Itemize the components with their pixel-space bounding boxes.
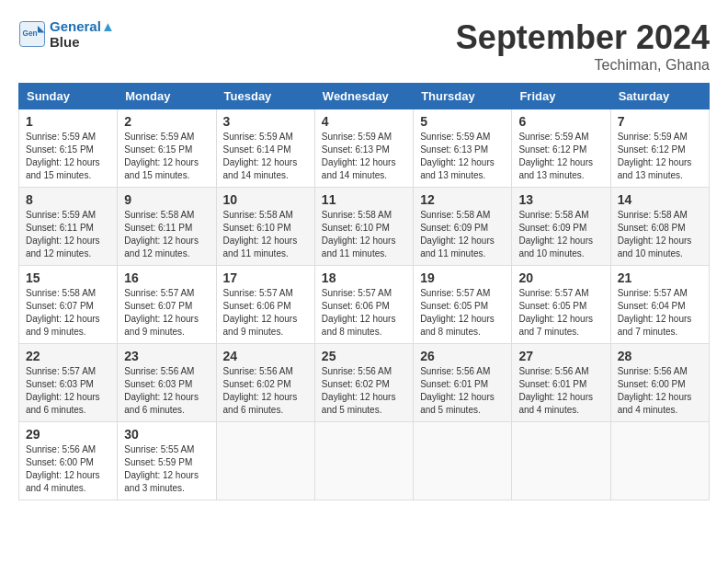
day-number: 11: [322, 192, 406, 207]
day-info: Sunrise: 5:57 AM Sunset: 6:06 PM Dayligh…: [322, 287, 406, 339]
week-row-1: 1 Sunrise: 5:59 AM Sunset: 6:15 PM Dayli…: [19, 109, 710, 188]
header-row: SundayMondayTuesdayWednesdayThursdayFrid…: [19, 84, 710, 109]
logo-line2: Blue: [50, 34, 115, 50]
day-number: 7: [618, 114, 702, 129]
column-header-friday: Friday: [512, 84, 610, 109]
day-cell: [512, 422, 610, 500]
day-cell: 13 Sunrise: 5:58 AM Sunset: 6:09 PM Dayl…: [512, 188, 610, 266]
day-cell: 5 Sunrise: 5:59 AM Sunset: 6:13 PM Dayli…: [414, 109, 512, 188]
day-info: Sunrise: 5:57 AM Sunset: 6:05 PM Dayligh…: [518, 287, 603, 339]
day-info: Sunrise: 5:59 AM Sunset: 6:12 PM Dayligh…: [518, 131, 603, 182]
day-number: 9: [124, 192, 209, 207]
day-cell: 20 Sunrise: 5:57 AM Sunset: 6:05 PM Dayl…: [512, 266, 610, 344]
day-number: 14: [618, 192, 702, 207]
day-info: Sunrise: 5:59 AM Sunset: 6:12 PM Dayligh…: [618, 131, 702, 182]
day-info: Sunrise: 5:59 AM Sunset: 6:11 PM Dayligh…: [26, 209, 110, 260]
day-cell: 14 Sunrise: 5:58 AM Sunset: 6:08 PM Dayl…: [610, 188, 709, 266]
day-cell: [414, 422, 512, 500]
week-row-4: 22 Sunrise: 5:57 AM Sunset: 6:03 PM Dayl…: [19, 344, 710, 422]
day-number: 27: [518, 349, 603, 363]
day-cell: 12 Sunrise: 5:58 AM Sunset: 6:09 PM Dayl…: [414, 188, 512, 266]
day-cell: 26 Sunrise: 5:56 AM Sunset: 6:01 PM Dayl…: [414, 344, 512, 422]
day-info: Sunrise: 5:55 AM Sunset: 5:59 PM Dayligh…: [124, 443, 209, 495]
day-info: Sunrise: 5:58 AM Sunset: 6:09 PM Dayligh…: [518, 209, 603, 260]
day-number: 30: [124, 427, 209, 442]
day-number: 22: [26, 349, 110, 363]
day-number: 19: [420, 270, 505, 285]
day-info: Sunrise: 5:59 AM Sunset: 6:15 PM Dayligh…: [26, 131, 110, 182]
day-number: 13: [518, 192, 603, 207]
day-number: 23: [124, 349, 209, 363]
logo-line1: General▲: [50, 18, 115, 34]
day-cell: 22 Sunrise: 5:57 AM Sunset: 6:03 PM Dayl…: [19, 344, 118, 422]
day-info: Sunrise: 5:59 AM Sunset: 6:14 PM Dayligh…: [223, 131, 308, 182]
day-number: 21: [618, 270, 702, 285]
week-row-5: 29 Sunrise: 5:56 AM Sunset: 6:00 PM Dayl…: [19, 422, 710, 500]
day-cell: 17 Sunrise: 5:57 AM Sunset: 6:06 PM Dayl…: [216, 266, 314, 344]
day-cell: 8 Sunrise: 5:59 AM Sunset: 6:11 PM Dayli…: [19, 188, 118, 266]
day-number: 26: [420, 349, 505, 363]
month-title: September 2024: [456, 18, 710, 57]
day-info: Sunrise: 5:57 AM Sunset: 6:05 PM Dayligh…: [420, 287, 505, 339]
day-number: 3: [223, 114, 308, 129]
day-info: Sunrise: 5:56 AM Sunset: 6:02 PM Dayligh…: [223, 365, 308, 417]
day-info: Sunrise: 5:57 AM Sunset: 6:06 PM Dayligh…: [223, 287, 308, 339]
day-cell: 3 Sunrise: 5:59 AM Sunset: 6:14 PM Dayli…: [216, 109, 314, 188]
location: Techiman, Ghana: [456, 57, 710, 74]
day-info: Sunrise: 5:56 AM Sunset: 6:01 PM Dayligh…: [420, 365, 505, 417]
day-info: Sunrise: 5:56 AM Sunset: 6:01 PM Dayligh…: [518, 365, 603, 417]
day-cell: 25 Sunrise: 5:56 AM Sunset: 6:02 PM Dayl…: [314, 344, 413, 422]
day-info: Sunrise: 5:59 AM Sunset: 6:13 PM Dayligh…: [420, 131, 505, 182]
day-cell: 10 Sunrise: 5:58 AM Sunset: 6:10 PM Dayl…: [216, 188, 314, 266]
day-number: 24: [223, 349, 308, 363]
day-cell: 30 Sunrise: 5:55 AM Sunset: 5:59 PM Dayl…: [118, 422, 216, 500]
day-info: Sunrise: 5:57 AM Sunset: 6:07 PM Dayligh…: [124, 287, 209, 339]
day-info: Sunrise: 5:58 AM Sunset: 6:11 PM Dayligh…: [124, 209, 209, 260]
column-header-saturday: Saturday: [610, 84, 709, 109]
day-info: Sunrise: 5:57 AM Sunset: 6:04 PM Dayligh…: [618, 287, 702, 339]
day-cell: 1 Sunrise: 5:59 AM Sunset: 6:15 PM Dayli…: [19, 109, 118, 188]
day-cell: [216, 422, 314, 500]
day-info: Sunrise: 5:59 AM Sunset: 6:13 PM Dayligh…: [322, 131, 406, 182]
day-cell: 4 Sunrise: 5:59 AM Sunset: 6:13 PM Dayli…: [314, 109, 413, 188]
day-cell: 29 Sunrise: 5:56 AM Sunset: 6:00 PM Dayl…: [19, 422, 118, 500]
day-info: Sunrise: 5:58 AM Sunset: 6:07 PM Dayligh…: [26, 287, 110, 339]
day-cell: 2 Sunrise: 5:59 AM Sunset: 6:15 PM Dayli…: [118, 109, 216, 188]
day-cell: [314, 422, 413, 500]
calendar-table: SundayMondayTuesdayWednesdayThursdayFrid…: [18, 83, 710, 500]
day-number: 17: [223, 270, 308, 285]
day-cell: 9 Sunrise: 5:58 AM Sunset: 6:11 PM Dayli…: [118, 188, 216, 266]
column-header-wednesday: Wednesday: [314, 84, 413, 109]
column-header-tuesday: Tuesday: [216, 84, 314, 109]
column-header-monday: Monday: [118, 84, 216, 109]
day-number: 8: [26, 192, 110, 207]
day-info: Sunrise: 5:56 AM Sunset: 6:02 PM Dayligh…: [322, 365, 406, 417]
day-number: 5: [420, 114, 505, 129]
day-number: 18: [322, 270, 406, 285]
day-number: 28: [618, 349, 702, 363]
svg-text:Gen: Gen: [23, 29, 38, 38]
day-cell: 15 Sunrise: 5:58 AM Sunset: 6:07 PM Dayl…: [19, 266, 118, 344]
day-info: Sunrise: 5:56 AM Sunset: 6:00 PM Dayligh…: [618, 365, 702, 417]
day-cell: 16 Sunrise: 5:57 AM Sunset: 6:07 PM Dayl…: [118, 266, 216, 344]
page-header: Gen General▲ Blue September 2024 Techima…: [18, 18, 710, 74]
day-cell: [610, 422, 709, 500]
day-cell: 23 Sunrise: 5:56 AM Sunset: 6:03 PM Dayl…: [118, 344, 216, 422]
day-info: Sunrise: 5:58 AM Sunset: 6:08 PM Dayligh…: [618, 209, 702, 260]
day-info: Sunrise: 5:56 AM Sunset: 6:00 PM Dayligh…: [26, 443, 110, 495]
day-cell: 24 Sunrise: 5:56 AM Sunset: 6:02 PM Dayl…: [216, 344, 314, 422]
day-number: 10: [223, 192, 308, 207]
day-number: 25: [322, 349, 406, 363]
day-info: Sunrise: 5:58 AM Sunset: 6:10 PM Dayligh…: [223, 209, 308, 260]
day-cell: 21 Sunrise: 5:57 AM Sunset: 6:04 PM Dayl…: [610, 266, 709, 344]
day-number: 2: [124, 114, 209, 129]
week-row-3: 15 Sunrise: 5:58 AM Sunset: 6:07 PM Dayl…: [19, 266, 710, 344]
day-info: Sunrise: 5:59 AM Sunset: 6:15 PM Dayligh…: [124, 131, 209, 182]
day-cell: 7 Sunrise: 5:59 AM Sunset: 6:12 PM Dayli…: [610, 109, 709, 188]
day-number: 29: [26, 427, 110, 442]
day-cell: 11 Sunrise: 5:58 AM Sunset: 6:10 PM Dayl…: [314, 188, 413, 266]
day-number: 12: [420, 192, 505, 207]
day-number: 20: [518, 270, 603, 285]
day-number: 6: [518, 114, 603, 129]
day-number: 4: [322, 114, 406, 129]
